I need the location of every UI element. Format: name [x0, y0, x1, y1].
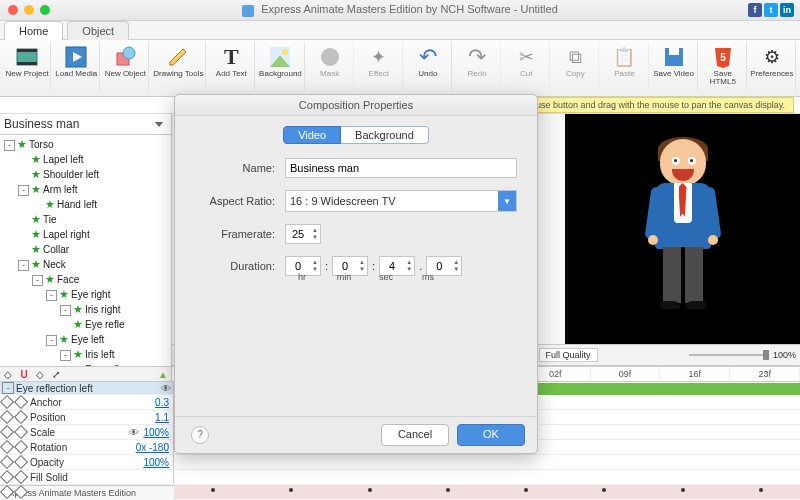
unit-sec: sec: [369, 272, 403, 282]
tab-object[interactable]: Object: [67, 21, 129, 40]
framerate-spinner[interactable]: ▲▼: [285, 224, 321, 244]
zoom-slider[interactable]: [689, 354, 769, 356]
media-icon: [63, 44, 89, 70]
spinner-arrows-icon[interactable]: ▲▼: [310, 227, 320, 241]
quality-select[interactable]: Full Quality: [539, 348, 598, 362]
tab-video[interactable]: Video: [283, 126, 341, 144]
property-row[interactable]: Fill Solid: [0, 470, 800, 485]
scissors-icon: ✂: [513, 44, 539, 70]
app-icon: [242, 5, 254, 17]
tab-background[interactable]: Background: [341, 126, 429, 144]
next-keyframe-icon[interactable]: ◇: [32, 367, 48, 381]
property-row[interactable]: Opacity100%: [0, 455, 800, 470]
preview-canvas[interactable]: [565, 114, 800, 344]
name-input[interactable]: [285, 158, 517, 178]
mask-icon: [317, 44, 343, 70]
background-button[interactable]: Background: [257, 42, 304, 90]
add-keyframe-icon[interactable]: ▲: [155, 367, 171, 381]
window-controls[interactable]: [8, 5, 50, 15]
label-framerate: Framerate:: [195, 228, 275, 240]
preferences-button[interactable]: ⚙Preferences: [749, 42, 796, 90]
prev-keyframe-icon[interactable]: ◇: [0, 367, 16, 381]
character-businessman: [638, 139, 728, 319]
tree-node[interactable]: -★Iris left: [0, 347, 171, 362]
text-icon: T: [218, 44, 244, 70]
tree-node[interactable]: -★Eye left: [0, 332, 171, 347]
redo-button[interactable]: ↷Redo: [454, 42, 501, 90]
svg-point-11: [321, 48, 339, 66]
app-window: Express Animate Masters Edition by NCH S…: [0, 0, 800, 500]
mask-button[interactable]: Mask: [307, 42, 354, 90]
twitter-icon[interactable]: t: [764, 3, 778, 17]
tree-node[interactable]: -★Face: [0, 272, 171, 287]
undo-button[interactable]: ↶Undo: [405, 42, 452, 90]
tree-node[interactable]: -★Neck: [0, 257, 171, 272]
toolbar: New Project Load Media New Object Drawin…: [0, 40, 800, 97]
paste-button[interactable]: 📋Paste: [601, 42, 648, 90]
save-video-button[interactable]: Save Video: [651, 42, 698, 90]
composition-selector[interactable]: Business man: [0, 114, 171, 135]
new-project-button[interactable]: New Project: [4, 42, 51, 90]
tree-node[interactable]: ★Collar: [0, 242, 171, 257]
cut-button[interactable]: ✂Cut: [503, 42, 550, 90]
gear-icon: ⚙: [759, 44, 785, 70]
chevron-down-icon: [155, 122, 163, 127]
frame-label: 23f: [730, 367, 800, 381]
minimize-icon[interactable]: [24, 5, 34, 15]
background-icon: [267, 44, 293, 70]
label-name: Name:: [195, 162, 275, 174]
composition-properties-dialog: Composition Properties Video Background …: [174, 94, 538, 454]
film-icon: [14, 44, 40, 70]
redo-icon: ↷: [464, 44, 490, 70]
new-object-button[interactable]: New Object: [102, 42, 149, 90]
maximize-icon[interactable]: [40, 5, 50, 15]
tab-home[interactable]: Home: [4, 21, 63, 40]
linkedin-icon[interactable]: in: [780, 3, 794, 17]
label-aspect: Aspect Ratio:: [195, 195, 275, 207]
chevron-down-icon: ▼: [498, 191, 516, 211]
tree-node[interactable]: -★Arm left: [0, 182, 171, 197]
copy-icon: ⧉: [562, 44, 588, 70]
timeline-toolbar: ◇ U ◇ ⤢ ▲: [0, 367, 172, 381]
label-duration: Duration:: [195, 260, 275, 272]
add-text-button[interactable]: TAdd Text: [208, 42, 255, 90]
tree-node[interactable]: ★Tie: [0, 212, 171, 227]
help-icon[interactable]: ?: [191, 426, 209, 444]
effect-button[interactable]: ✦Effect: [356, 42, 403, 90]
svg-text:5: 5: [720, 52, 726, 63]
load-media-button[interactable]: Load Media: [53, 42, 100, 90]
tree-node[interactable]: -★Eye right: [0, 287, 171, 302]
dialog-tabs: Video Background: [175, 126, 537, 144]
tree-node[interactable]: ★Lapel right: [0, 227, 171, 242]
svg-rect-2: [17, 62, 37, 65]
unit-min: min: [327, 272, 361, 282]
drawing-tools-button[interactable]: Drawing Tools: [151, 42, 206, 90]
cancel-button[interactable]: Cancel: [381, 424, 449, 446]
object-tree[interactable]: -★Torso★Lapel left★Shoulder left-★Arm le…: [0, 135, 171, 366]
framerate-input[interactable]: [286, 227, 310, 241]
dialog-footer: ? Cancel OK: [175, 416, 537, 453]
svg-marker-7: [170, 49, 186, 65]
ok-button[interactable]: OK: [457, 424, 525, 446]
disk-icon: [661, 44, 687, 70]
unit-ms: ms: [411, 272, 445, 282]
svg-rect-13: [669, 48, 679, 55]
tree-node[interactable]: ★Eye refle: [0, 317, 171, 332]
svg-rect-1: [17, 49, 37, 52]
tree-node[interactable]: -★Iris right: [0, 302, 171, 317]
magnet-icon[interactable]: U: [16, 367, 32, 381]
svg-point-10: [282, 49, 288, 55]
aspect-ratio-select[interactable]: 16 : 9 Widescreen TV ▼: [285, 190, 517, 212]
save-html5-button[interactable]: 5Save HTML5: [700, 42, 747, 90]
visibility-icon[interactable]: 👁: [159, 383, 173, 394]
frame-label: 09f: [591, 367, 661, 381]
zoom-control[interactable]: 100%: [598, 350, 800, 360]
tree-node[interactable]: ★Hand left: [0, 197, 171, 212]
tree-node[interactable]: -★Torso: [0, 137, 171, 152]
tree-node[interactable]: ★Shoulder left: [0, 167, 171, 182]
zoom-tl-icon[interactable]: ⤢: [48, 367, 64, 381]
copy-button[interactable]: ⧉Copy: [552, 42, 599, 90]
facebook-icon[interactable]: f: [748, 3, 762, 17]
close-icon[interactable]: [8, 5, 18, 15]
tree-node[interactable]: ★Lapel left: [0, 152, 171, 167]
